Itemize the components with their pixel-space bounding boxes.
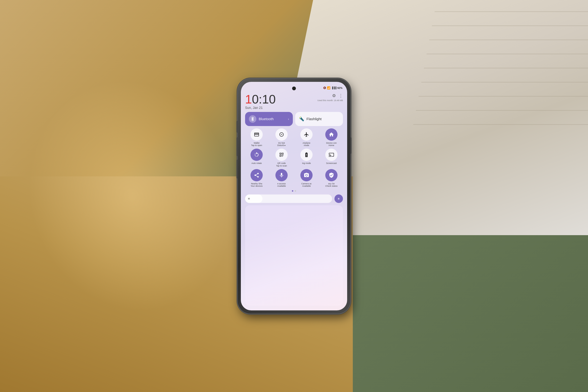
settings-gear-icon[interactable]: ⚙ bbox=[332, 93, 336, 98]
brightness-fill: ☀ bbox=[245, 194, 262, 203]
privacy-tile[interactable]: acy SeCheck status bbox=[320, 169, 343, 188]
time-hour: 1 bbox=[245, 92, 252, 106]
wallet-label: WalletTap to open bbox=[251, 142, 262, 147]
airplane-label: Airplanemode bbox=[302, 142, 310, 147]
pagination-dots bbox=[245, 190, 343, 192]
charging-mode-icon bbox=[300, 148, 312, 161]
media-area bbox=[245, 205, 343, 306]
mic-access-label: e accessAvailable bbox=[277, 182, 286, 188]
brightness-low-icon: ☀ bbox=[248, 197, 250, 200]
bluetooth-icon bbox=[249, 115, 256, 123]
time-text: 10:10 bbox=[245, 93, 276, 105]
header-icons: ⚙ ⋮ Used this month: 19.48 MB bbox=[317, 93, 343, 102]
camera-access-tile[interactable]: Camera acAvailable bbox=[295, 169, 318, 188]
camera-access-label: Camera acAvailable bbox=[301, 182, 312, 188]
bluetooth-arrow: › bbox=[288, 117, 289, 121]
main-controls-row: Bluetooth › 🔦 Flashlight bbox=[245, 112, 343, 126]
charging-mode-tile[interactable]: ing mode bbox=[295, 148, 318, 167]
status-icons: 🔇 📶 ▐▐▐ 92% bbox=[323, 86, 342, 90]
device-control-tile[interactable]: Device conHome bbox=[320, 128, 343, 147]
wallet-icon bbox=[250, 128, 263, 140]
front-camera bbox=[292, 86, 296, 90]
nearby-share-label: Nearby ShaYour devices bbox=[250, 182, 262, 188]
volume-up-button[interactable] bbox=[236, 137, 238, 156]
bluetooth-tile[interactable]: Bluetooth › bbox=[245, 112, 293, 126]
auto-rotate-tile[interactable]: Auto rotate bbox=[245, 148, 268, 167]
time-section: 10:10 Sun, Jan 21 ⚙ ⋮ Used this month: 1… bbox=[245, 92, 343, 110]
privacy-icon bbox=[325, 169, 338, 181]
privacy-label: acy SeCheck status bbox=[325, 182, 338, 188]
phone-shell: 🔇 📶 ▐▐▐ 92% 10:10 Sun, Jan 21 bbox=[238, 78, 350, 314]
tiles-grid: WalletTap to open Do NotDisturb ▸ bbox=[245, 128, 343, 188]
mute-icon: 🔇 bbox=[323, 86, 326, 89]
battery-level: 92% bbox=[337, 86, 342, 89]
date-text: Sun, Jan 21 bbox=[245, 106, 276, 110]
wood-grain bbox=[410, 0, 588, 141]
dnd-tile[interactable]: Do NotDisturb ▸ bbox=[270, 128, 293, 147]
power-button[interactable] bbox=[350, 137, 352, 154]
data-usage-text: Used this month: 19.48 MB bbox=[317, 99, 343, 102]
signal-icon: ▐▐▐ bbox=[332, 86, 336, 89]
dot-1 bbox=[292, 190, 293, 192]
mic-access-icon bbox=[276, 169, 288, 181]
dnd-icon bbox=[276, 128, 288, 140]
wallet-tile[interactable]: WalletTap to open bbox=[245, 128, 268, 147]
flashlight-label: Flashlight bbox=[306, 117, 322, 121]
dot-2 bbox=[295, 190, 296, 192]
device-control-icon bbox=[325, 128, 338, 140]
mic-access-tile[interactable]: e accessAvailable bbox=[270, 169, 293, 188]
brightness-row: ☀ ☀ bbox=[245, 194, 343, 203]
more-options-icon[interactable]: ⋮ bbox=[339, 93, 343, 98]
device-control-label: Device conHome bbox=[326, 142, 337, 147]
bixby-button[interactable] bbox=[236, 121, 238, 133]
time-rest: 0:10 bbox=[252, 92, 276, 106]
quick-settings-panel: 10:10 Sun, Jan 21 ⚙ ⋮ Used this month: 1… bbox=[241, 92, 347, 310]
wifi-icon: 📶 bbox=[327, 86, 330, 90]
qr-code-tile[interactable]: QR codeTap to scan bbox=[270, 148, 293, 167]
flashlight-icon: 🔦 bbox=[299, 116, 304, 122]
qr-code-icon bbox=[276, 148, 288, 161]
time-display: 10:10 Sun, Jan 21 bbox=[245, 93, 276, 110]
phone-screen: 🔇 📶 ▐▐▐ 92% 10:10 Sun, Jan 21 bbox=[241, 82, 347, 310]
screencast-tile[interactable]: Screencast bbox=[320, 148, 343, 167]
nearby-share-tile[interactable]: Nearby ShaYour devices bbox=[245, 169, 268, 188]
dnd-label: Do NotDisturb ▸ bbox=[277, 142, 286, 147]
brightness-slider[interactable]: ☀ bbox=[245, 194, 332, 203]
bluetooth-label: Bluetooth bbox=[259, 117, 286, 121]
airplane-tile[interactable]: Airplanemode bbox=[295, 128, 318, 147]
phone: 🔇 📶 ▐▐▐ 92% 10:10 Sun, Jan 21 bbox=[238, 78, 350, 314]
screencast-label: Screencast bbox=[326, 162, 336, 164]
airplane-icon bbox=[300, 128, 312, 140]
flashlight-tile[interactable]: 🔦 Flashlight bbox=[295, 112, 343, 126]
auto-brightness-icon: ☀ bbox=[337, 197, 340, 200]
screencast-icon bbox=[325, 148, 338, 161]
charging-mode-label: ing mode bbox=[302, 162, 311, 164]
auto-brightness-button[interactable]: ☀ bbox=[334, 194, 343, 203]
nearby-share-icon bbox=[250, 169, 263, 181]
qr-code-label: QR codeTap to scan bbox=[276, 162, 287, 167]
auto-rotate-label: Auto rotate bbox=[252, 162, 262, 164]
volume-down-button[interactable] bbox=[236, 160, 238, 178]
camera-access-icon bbox=[300, 169, 312, 181]
auto-rotate-icon bbox=[250, 148, 263, 161]
header-icons-row: ⚙ ⋮ bbox=[332, 93, 343, 98]
